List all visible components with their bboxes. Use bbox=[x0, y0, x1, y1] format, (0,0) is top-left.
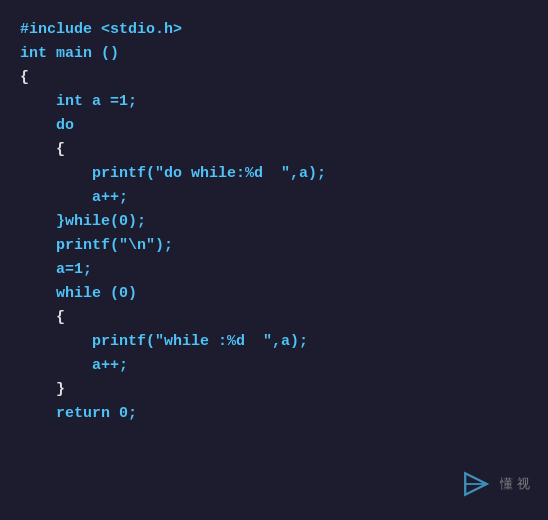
code-line-line15: printf("while :%d ",a); bbox=[20, 330, 528, 354]
code-line-line1: #include <stdio.h> bbox=[20, 18, 528, 42]
code-line-line8: a++; bbox=[20, 186, 528, 210]
code-line-line5: do bbox=[20, 114, 528, 138]
watermark-label: 懂 视 bbox=[500, 474, 530, 494]
code-line-line2: int main () bbox=[20, 42, 528, 66]
watermark-logo-icon bbox=[458, 466, 494, 502]
code-editor: #include <stdio.h>int main (){ int a =1;… bbox=[0, 0, 548, 520]
code-line-line14: { bbox=[20, 306, 528, 330]
code-content: #include <stdio.h>int main (){ int a =1;… bbox=[20, 18, 528, 426]
code-line-line13: while (0) bbox=[20, 282, 528, 306]
code-line-line17: } bbox=[20, 378, 528, 402]
code-line-line4: int a =1; bbox=[20, 90, 528, 114]
code-line-line3: { bbox=[20, 66, 528, 90]
code-line-line11: printf("\n"); bbox=[20, 234, 528, 258]
code-line-line7: printf("do while:%d ",a); bbox=[20, 162, 528, 186]
watermark: 懂 视 bbox=[458, 466, 530, 502]
code-line-line18: return 0; bbox=[20, 402, 528, 426]
code-line-line6: { bbox=[20, 138, 528, 162]
code-line-line12: a=1; bbox=[20, 258, 528, 282]
code-line-line16: a++; bbox=[20, 354, 528, 378]
code-line-line9: }while(0); bbox=[20, 210, 528, 234]
